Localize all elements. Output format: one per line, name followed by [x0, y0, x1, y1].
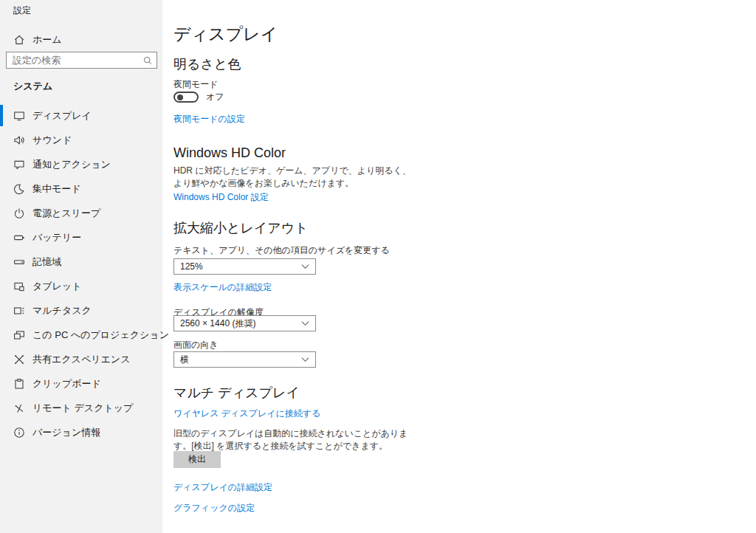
sidebar-item-tablet[interactable]: タブレット: [0, 274, 162, 298]
sidebar-item-display[interactable]: ディスプレイ: [0, 103, 162, 128]
sidebar-item-battery[interactable]: バッテリー: [0, 225, 162, 250]
about-icon: [13, 427, 25, 439]
notifications-icon: [13, 159, 25, 171]
chevron-down-icon: [301, 320, 309, 326]
sidebar-item-label: マルチタスク: [32, 304, 92, 317]
chevron-down-icon: [301, 264, 309, 269]
detect-button[interactable]: 検出: [173, 451, 221, 468]
wireless-display-link[interactable]: ワイヤレス ディスプレイに接続する: [173, 408, 320, 420]
sidebar-item-home[interactable]: ホーム: [0, 30, 162, 50]
sidebar-item-label: タブレット: [32, 280, 82, 293]
detect-description: 旧型のディスプレイは自動的に接続されないことがあります。[検出] を選択すると接…: [173, 427, 420, 453]
sidebar-item-label: バッテリー: [32, 231, 81, 244]
advanced-scaling-link[interactable]: 表示スケールの詳細設定: [173, 281, 272, 294]
sidebar-item-label: ディスプレイ: [32, 109, 92, 123]
night-light-toggle[interactable]: [173, 92, 199, 103]
clipboard-icon: [13, 378, 25, 390]
sidebar-item-label: サウンド: [32, 134, 72, 147]
sidebar-item-clipboard[interactable]: クリップボード: [0, 371, 162, 396]
night-light-label: 夜間モード: [173, 78, 219, 91]
app-title: 設定: [13, 4, 31, 17]
sidebar-item-focus[interactable]: 集中モード: [0, 176, 162, 201]
sidebar-nav: ディスプレイサウンド通知とアクション集中モード電源とスリープバッテリー記憶域タブ…: [0, 103, 162, 444]
settings-search-box: [6, 52, 157, 69]
multitask-icon: [13, 305, 25, 317]
hd-color-section-header: Windows HD Color: [173, 145, 286, 161]
power-icon: [13, 207, 25, 219]
graphics-settings-link[interactable]: グラフィックの設定: [173, 502, 255, 515]
display-icon: [13, 110, 25, 122]
sidebar-item-projection[interactable]: この PC へのプロジェクション: [0, 323, 162, 347]
brightness-section-header: 明るさと色: [173, 55, 241, 73]
home-label: ホーム: [32, 33, 62, 47]
sidebar-item-label: 電源とスリープ: [32, 207, 100, 220]
page-title: ディスプレイ: [173, 23, 278, 46]
sidebar-item-sound[interactable]: サウンド: [0, 128, 162, 152]
sidebar-item-label: この PC へのプロジェクション: [32, 329, 169, 342]
remote-icon: [13, 402, 25, 414]
sidebar-section-label: システム: [13, 80, 52, 93]
resolution-select[interactable]: 2560 × 1440 (推奨): [173, 315, 316, 331]
shared-icon: [13, 354, 25, 365]
toggle-knob-icon: [177, 94, 183, 100]
sidebar-item-label: 記憶域: [32, 255, 61, 269]
sidebar-item-storage[interactable]: 記憶域: [0, 250, 162, 274]
sidebar-item-label: バージョン情報: [32, 426, 100, 439]
sidebar-item-multitask[interactable]: マルチタスク: [0, 298, 162, 323]
sidebar: 設定 ホーム システム ディスプレイサウンド通知とアクション集中モード電源とスリ…: [0, 0, 162, 533]
battery-icon: [13, 232, 25, 244]
sidebar-item-power[interactable]: 電源とスリープ: [0, 201, 162, 225]
orientation-label: 画面の向き: [173, 339, 219, 351]
projection-icon: [13, 329, 25, 341]
orientation-select[interactable]: 横: [173, 351, 316, 368]
scale-select[interactable]: 125%: [173, 258, 316, 275]
tablet-icon: [13, 281, 25, 292]
multi-display-section-header: マルチ ディスプレイ: [173, 384, 300, 402]
sidebar-item-remote[interactable]: リモート デスクトップ: [0, 396, 162, 420]
search-icon: [142, 55, 153, 66]
night-light-settings-link[interactable]: 夜間モードの設定: [173, 113, 245, 125]
sidebar-item-shared[interactable]: 共有エクスペリエンス: [0, 347, 162, 371]
night-light-toggle-row: オフ: [173, 91, 224, 103]
advanced-display-settings-link[interactable]: ディスプレイの詳細設定: [173, 481, 272, 494]
sound-icon: [13, 134, 25, 146]
sidebar-item-label: クリップボード: [32, 377, 101, 391]
storage-icon: [13, 256, 25, 268]
sidebar-item-label: リモート デスクトップ: [32, 402, 133, 415]
hd-color-settings-link[interactable]: Windows HD Color 設定: [173, 191, 269, 204]
chevron-down-icon: [301, 357, 309, 362]
orientation-select-value: 横: [180, 354, 189, 366]
sidebar-item-label: 共有エクスペリエンス: [32, 353, 130, 366]
sidebar-item-label: 通知とアクション: [32, 158, 111, 171]
search-input[interactable]: [7, 55, 142, 66]
home-icon: [13, 34, 25, 46]
focus-icon: [13, 183, 25, 195]
sidebar-item-label: 集中モード: [32, 182, 81, 196]
sidebar-item-about[interactable]: バージョン情報: [0, 420, 162, 444]
night-light-state: オフ: [206, 91, 224, 103]
scale-select-value: 125%: [180, 261, 203, 272]
resolution-select-value: 2560 × 1440 (推奨): [180, 317, 255, 330]
hd-color-description: HDR に対応したビデオ、ゲーム、アプリで、より明るく、より鮮やかな画像をお楽し…: [173, 165, 420, 190]
scale-section-header: 拡大縮小とレイアウト: [173, 219, 309, 237]
scale-size-label: テキスト、アプリ、その他の項目のサイズを変更する: [173, 244, 390, 257]
sidebar-item-notifications[interactable]: 通知とアクション: [0, 152, 162, 176]
main-content: ディスプレイ 明るさと色 夜間モード オフ 夜間モードの設定 Windows H…: [173, 0, 646, 533]
